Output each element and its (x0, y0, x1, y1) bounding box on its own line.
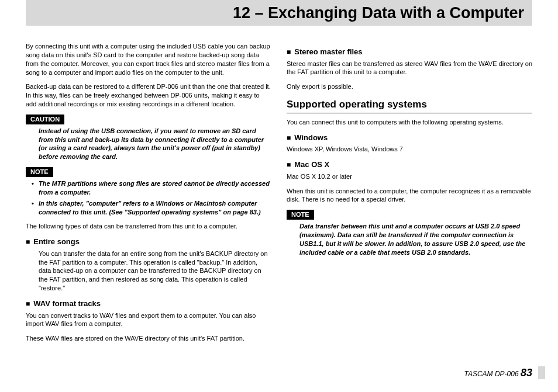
note-body-right: Data transfer between this unit and a co… (287, 222, 532, 256)
wav-tracks-body-2: These WAV files are stored on the WAVE d… (26, 334, 271, 343)
right-column: Stereo master files Stereo master files … (287, 42, 532, 349)
product-name: TASCAM DP-006 (464, 370, 518, 378)
note-label-right: NOTE (287, 210, 314, 220)
entire-songs-body: You can transfer the data for an entire … (26, 249, 271, 293)
macosx-body-2: When this unit is connected to a compute… (287, 187, 532, 204)
chapter-title: 12 – Exchanging Data with a Computer (233, 4, 524, 22)
page-number: 83 (521, 367, 532, 379)
wav-tracks-heading: WAV format tracks (26, 299, 271, 309)
note-item: In this chapter, "computer" refers to a … (39, 199, 271, 217)
note-list: The MTR partitions where song files are … (26, 179, 271, 216)
windows-body: Windows XP, Windows Vista, Windows 7 (287, 145, 532, 154)
macosx-body-1: Mac OS X 10.2 or later (287, 172, 532, 181)
intro-paragraph-1: By connecting this unit with a computer … (26, 42, 271, 77)
supported-os-intro: You can connect this unit to computers w… (287, 118, 532, 127)
page-header: 12 – Exchanging Data with a Computer (26, 0, 532, 26)
entire-songs-heading: Entire songs (26, 237, 271, 247)
note-item: The MTR partitions where song files are … (39, 179, 271, 197)
macosx-heading: Mac OS X (287, 159, 532, 170)
supported-os-heading: Supported operating systems (287, 98, 532, 113)
intro-paragraph-2: Backed-up data can be restored to a diff… (26, 82, 271, 109)
transfer-intro: The following types of data can be trans… (26, 222, 271, 231)
left-column: By connecting this unit with a computer … (26, 42, 271, 349)
wav-tracks-body-1: You can convert tracks to WAV files and … (26, 311, 271, 329)
windows-heading: Windows (287, 133, 532, 143)
stereo-master-body-1: Stereo master files can be transferred a… (287, 60, 532, 77)
caution-label: CAUTION (26, 115, 64, 124)
stereo-master-heading: Stereo master files (287, 47, 532, 57)
stereo-master-body-2: Only export is possible. (287, 82, 532, 91)
note-label: NOTE (26, 167, 53, 177)
side-tab-decoration (538, 366, 545, 379)
caution-body: Instead of using the USB connection, if … (26, 127, 271, 161)
content-columns: By connecting this unit with a computer … (26, 42, 532, 349)
page-footer: TASCAM DP-006 83 (464, 367, 532, 379)
